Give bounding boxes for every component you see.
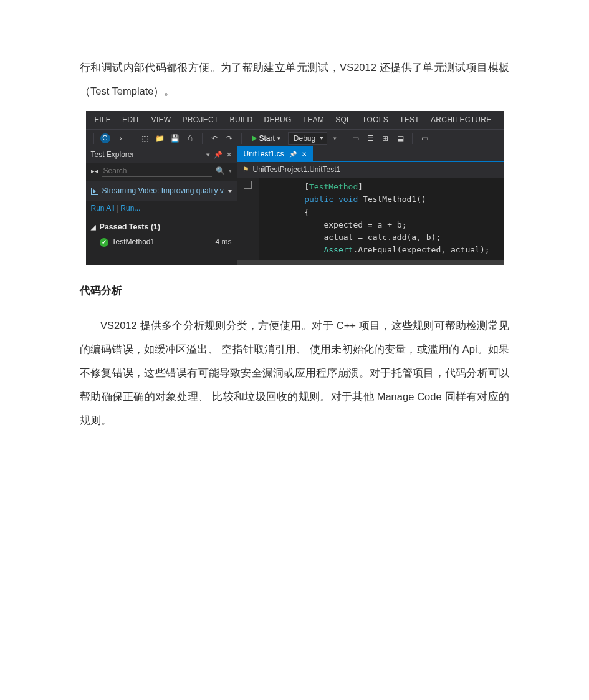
search-dropdown-icon[interactable]: ▾	[229, 167, 232, 175]
menu-team[interactable]: TEAM	[303, 115, 325, 125]
menu-edit[interactable]: EDIT	[122, 115, 140, 125]
navigation-bar[interactable]: ⚑ UnitTestProject1.UnitTest1	[237, 162, 504, 178]
code-body: [TestMethod] public void TestMethod1() {…	[259, 178, 496, 260]
play-icon	[91, 188, 98, 195]
pin-icon[interactable]: 📌	[214, 150, 223, 160]
streaming-text: Streaming Video: Improving quality v	[102, 186, 224, 196]
crumb-text: UnitTestProject1.UnitTest1	[253, 165, 341, 175]
menu-view[interactable]: VIEW	[151, 115, 171, 125]
menu-file[interactable]: FILE	[95, 115, 112, 125]
start-debug-button[interactable]: Start ▾	[248, 132, 284, 145]
vs-toolbar: G › ⬚ 📁 💾 ⎙ ↶ ↷ Start ▾ Debug ▾ ▭ ☰ ⊞ ⬓	[86, 129, 504, 148]
play-icon	[252, 135, 257, 141]
run-links: Run All | Run...	[86, 201, 237, 216]
tab-close-icon[interactable]	[302, 149, 307, 160]
panel-title-bar: Test Explorer ▾ 📌 ✕	[86, 147, 237, 163]
toolbar-icon-c[interactable]: ⊞	[380, 133, 391, 144]
menu-architecture[interactable]: ARCHITECTURE	[431, 115, 492, 125]
menu-test[interactable]: TEST	[400, 115, 419, 125]
test-duration: 4 ms	[215, 237, 231, 247]
toolbar-icon-b[interactable]: ☰	[365, 133, 376, 144]
menu-sql[interactable]: SQL	[335, 115, 351, 125]
tab-label: UnitTest1.cs	[244, 149, 284, 160]
nav-back-icon[interactable]: G	[100, 133, 110, 143]
fold-icon[interactable]: -	[244, 181, 252, 189]
undo-icon[interactable]: ↶	[209, 133, 220, 144]
editor-tabbar: UnitTest1.cs	[237, 147, 504, 162]
toolbar-icon-e[interactable]: ▭	[419, 133, 430, 144]
code-editor[interactable]: - [TestMethod] public void TestMethod1()…	[237, 178, 504, 260]
streaming-banner[interactable]: Streaming Video: Improving quality v	[86, 181, 237, 201]
paragraph-2: VS2012 提供多个分析规则分类，方便使用。对于 C++ 项目，这些规则可帮助…	[80, 314, 509, 433]
vs-screenshot: FILE EDIT VIEW PROJECT BUILD DEBUG TEAM …	[86, 111, 504, 265]
heading-code-analysis: 代码分析	[80, 284, 509, 298]
editor-bottom-bar	[237, 260, 504, 265]
search-icon[interactable]: 🔍	[216, 166, 225, 176]
test-name: TestMethod1	[112, 237, 155, 247]
editor-tab-active[interactable]: UnitTest1.cs	[237, 146, 313, 162]
class-icon: ⚑	[242, 165, 249, 175]
run-link[interactable]: Run...	[120, 204, 140, 213]
panel-title: Test Explorer	[91, 150, 135, 160]
code-gutter: -	[237, 178, 259, 260]
toolbar-icon-a[interactable]: ▭	[350, 133, 361, 144]
redo-icon[interactable]: ↷	[224, 133, 235, 144]
pass-icon: ✓	[100, 238, 108, 247]
test-explorer-panel: Test Explorer ▾ 📌 ✕ ▸◂ 🔍 ▾ Streaming Vid…	[86, 147, 237, 265]
save-all-icon[interactable]: ⎙	[184, 133, 196, 144]
chevron-down-icon	[228, 190, 232, 193]
close-icon[interactable]: ✕	[226, 150, 232, 160]
toolbar-icon-d[interactable]: ⬓	[395, 133, 406, 144]
new-icon[interactable]: ⬚	[140, 133, 151, 144]
menu-build[interactable]: BUILD	[230, 115, 253, 125]
open-icon[interactable]: 📁	[155, 133, 166, 144]
run-all-link[interactable]: Run All	[91, 204, 115, 213]
menu-project[interactable]: PROJECT	[182, 115, 218, 125]
document-page: 行和调试内部代码都很方便。为了帮助建立单元测试，VS2012 还提供了单元测试项…	[0, 0, 589, 477]
test-row[interactable]: ✓ TestMethod1 4 ms	[86, 235, 237, 254]
expand-icon[interactable]: ▸◂	[91, 166, 98, 176]
vs-menubar: FILE EDIT VIEW PROJECT BUILD DEBUG TEAM …	[86, 111, 504, 129]
paragraph-1: 行和调试内部代码都很方便。为了帮助建立单元测试，VS2012 还提供了单元测试项…	[80, 56, 509, 103]
editor-panel: UnitTest1.cs ⚑ UnitTestProject1.UnitTest…	[237, 147, 504, 265]
menu-debug[interactable]: DEBUG	[264, 115, 291, 125]
caret-down-icon: ◢	[91, 223, 96, 232]
passed-tests-group[interactable]: ◢ Passed Tests (1)	[86, 216, 237, 236]
nav-fwd-icon[interactable]: ›	[115, 133, 127, 144]
config-dropdown[interactable]: Debug	[288, 132, 327, 145]
dropdown-icon[interactable]: ▾	[206, 150, 210, 160]
save-icon[interactable]: 💾	[170, 133, 181, 144]
search-input[interactable]	[102, 165, 212, 177]
passed-label: Passed Tests (1)	[100, 222, 161, 233]
menu-tools[interactable]: TOOLS	[362, 115, 388, 125]
tab-pin-icon[interactable]	[289, 149, 297, 160]
